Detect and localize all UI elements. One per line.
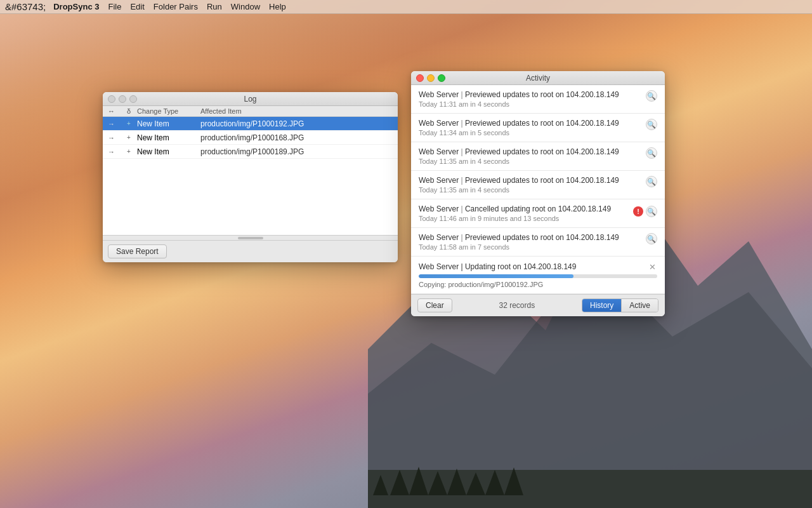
activity-item-content: Web Server | Previewed updates to root o…: [419, 90, 646, 108]
activity-server: Web Server: [419, 147, 459, 156]
activity-item-title: Web Server | Cancelled updating root on …: [419, 204, 633, 213]
log-bottom-bar: Save Report: [103, 240, 398, 262]
error-icon: !: [633, 206, 643, 217]
activity-server: Web Server: [419, 233, 459, 242]
activity-item-icons: ! 🔍: [633, 206, 657, 217]
activity-item-title: Web Server | Previewed updates to root o…: [419, 119, 646, 128]
menu-dropsync[interactable]: DropSync 3: [53, 2, 99, 11]
menu-run[interactable]: Run: [207, 2, 222, 11]
log-row-arrow: →: [108, 148, 127, 156]
activity-action: Cancelled updating root on 104.200.18.14…: [465, 204, 611, 213]
list-item[interactable]: Web Server | Previewed updates to root o…: [411, 142, 665, 171]
activity-zoom-icon[interactable]: 🔍: [646, 233, 657, 244]
activity-action: Previewed updates to root on 104.200.18.…: [465, 147, 619, 156]
activity-action: Previewed updates to root on 104.200.18.…: [465, 119, 619, 128]
activity-list: Web Server | Previewed updates to root o…: [411, 85, 665, 294]
menu-edit[interactable]: Edit: [130, 2, 144, 11]
activity-bottom-bar: Clear 32 records History Active: [411, 294, 665, 316]
log-row-type: New Item: [137, 133, 200, 142]
list-item[interactable]: Web Server | Cancelled updating root on …: [411, 199, 665, 228]
log-row-affected: production/img/P1000192.JPG: [200, 119, 393, 128]
table-row[interactable]: → + New Item production/img/P1000192.JPG: [103, 117, 398, 131]
log-titlebar: Log: [103, 92, 398, 106]
log-row-type: New Item: [137, 119, 200, 128]
log-scroll-indicator[interactable]: [238, 237, 263, 239]
activity-zoom-icon[interactable]: 🔍: [646, 90, 657, 102]
activity-item-time: Today 11:35 am in 4 seconds: [419, 186, 646, 194]
log-row-affected: production/img/P1000168.JPG: [200, 133, 393, 142]
activity-item-content: Web Server | Previewed updates to root o…: [419, 147, 646, 165]
log-close-button[interactable]: [108, 95, 115, 103]
activity-item-content: Web Server | Previewed updates to root o…: [419, 233, 646, 251]
list-item[interactable]: Web Server | Previewed updates to root o…: [411, 228, 665, 257]
clear-button[interactable]: Clear: [417, 298, 452, 312]
activity-server: Web Server: [419, 204, 459, 213]
table-row[interactable]: → + New Item production/img/P1000189.JPG: [103, 145, 398, 159]
activity-item-content: Web Server | Previewed updates to root o…: [419, 176, 646, 194]
activity-traffic-lights: [416, 74, 445, 82]
log-table-header: ↔ δ Change Type Affected Item: [103, 106, 398, 117]
log-col-affected-header: Affected Item: [200, 107, 393, 115]
log-scroll-footer: [103, 235, 398, 240]
activity-item-time: Today 11:58 am in 7 seconds: [419, 243, 646, 251]
list-item[interactable]: Web Server | Previewed updates to root o…: [411, 114, 665, 142]
records-count: 32 records: [456, 301, 578, 310]
log-row-icon: +: [127, 120, 137, 127]
menu-file[interactable]: File: [108, 2, 121, 11]
activity-item-time: Today 11:46 am in 9 minutes and 13 secon…: [419, 215, 633, 222]
tab-group: History Active: [582, 298, 658, 312]
log-table-body: → + New Item production/img/P1000192.JPG…: [103, 117, 398, 235]
activity-item-time: Today 11:34 am in 5 seconds: [419, 129, 646, 137]
log-window: Log ↔ δ Change Type Affected Item → + Ne…: [103, 92, 398, 262]
activity-item-title: Web Server | Previewed updates to root o…: [419, 90, 646, 99]
log-minimize-button[interactable]: [119, 95, 126, 103]
menu-window[interactable]: Window: [231, 2, 260, 11]
log-row-type: New Item: [137, 147, 200, 156]
active-server: Web Server: [419, 262, 459, 271]
activity-server: Web Server: [419, 119, 459, 128]
log-row-affected: production/img/P1000189.JPG: [200, 147, 393, 156]
log-traffic-lights: [108, 95, 137, 103]
activity-zoom-icon[interactable]: 🔍: [646, 176, 657, 187]
activity-close-button[interactable]: [416, 74, 424, 82]
activity-titlebar: Activity: [411, 71, 665, 85]
list-item[interactable]: Web Server | Previewed updates to root o…: [411, 171, 665, 199]
log-row-icon: +: [127, 148, 137, 155]
log-col-changetype-header: Change Type: [137, 107, 200, 115]
apple-menu[interactable]: &#63743;: [5, 1, 46, 12]
activity-item-time: Today 11:31 am in 4 seconds: [419, 100, 646, 108]
activity-server: Web Server: [419, 90, 459, 99]
list-item[interactable]: Web Server | Previewed updates to root o…: [411, 85, 665, 114]
activity-action: Previewed updates to root on 104.200.18.…: [465, 233, 619, 242]
activity-copying-text: Copying: production/img/P1000192.JPG: [419, 281, 657, 288]
log-row-arrow: →: [108, 134, 127, 142]
log-col-delta-header: δ: [127, 107, 137, 115]
log-col-arrows-header: ↔: [108, 107, 127, 115]
active-action: Updating root on 104.200.18.149: [465, 262, 576, 271]
log-empty-space: [103, 159, 398, 235]
log-maximize-button[interactable]: [129, 95, 137, 103]
activity-item-time: Today 11:35 am in 4 seconds: [419, 157, 646, 165]
activity-window: Activity Web Server | Previewed updates …: [411, 71, 665, 316]
activity-minimize-button[interactable]: [427, 74, 435, 82]
activity-item-title: Web Server | Previewed updates to root o…: [419, 176, 646, 185]
save-report-button[interactable]: Save Report: [108, 244, 167, 258]
activity-zoom-icon[interactable]: 🔍: [646, 119, 657, 130]
activity-maximize-button[interactable]: [438, 74, 445, 82]
activity-server: Web Server: [419, 176, 459, 185]
activity-zoom-icon[interactable]: 🔍: [646, 206, 657, 217]
active-sync-item: Web Server | Updating root on 104.200.18…: [411, 257, 665, 294]
activity-item-content: Web Server | Previewed updates to root o…: [419, 119, 646, 137]
tab-history[interactable]: History: [582, 299, 622, 312]
tab-active[interactable]: Active: [622, 299, 658, 312]
activity-item-title: Web Server | Previewed updates to root o…: [419, 233, 646, 242]
menu-help[interactable]: Help: [269, 2, 286, 11]
log-row-icon: +: [127, 134, 137, 141]
menu-bar: &#63743; DropSync 3 File Edit Folder Pai…: [0, 0, 812, 14]
active-item-close-icon[interactable]: ✕: [647, 262, 657, 272]
log-title: Log: [244, 95, 256, 104]
menu-folder-pairs[interactable]: Folder Pairs: [154, 2, 198, 11]
activity-zoom-icon[interactable]: 🔍: [646, 147, 657, 159]
progress-bar-container: [419, 274, 657, 278]
table-row[interactable]: → + New Item production/img/P1000168.JPG: [103, 131, 398, 145]
